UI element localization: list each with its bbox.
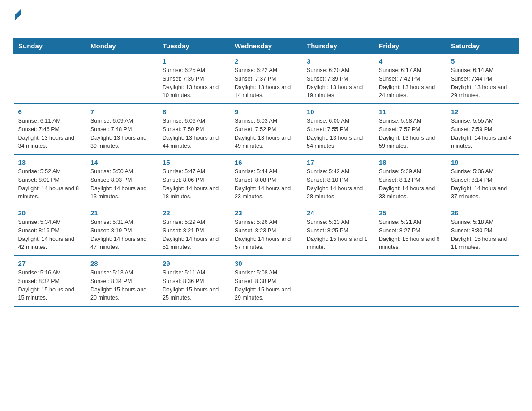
page-header (13, 9, 519, 29)
calendar-cell: 6 Sunrise: 6:11 AMSunset: 7:46 PMDayligh… (14, 104, 86, 154)
day-number: 12 (451, 108, 514, 116)
day-number: 25 (379, 209, 442, 217)
calendar-week-row: 20 Sunrise: 5:34 AMSunset: 8:16 PMDaylig… (14, 205, 519, 256)
day-number: 18 (379, 158, 442, 166)
calendar-cell: 9 Sunrise: 6:03 AMSunset: 7:52 PMDayligh… (230, 104, 302, 154)
day-info: Sunrise: 6:06 AMSunset: 7:50 PMDaylight:… (163, 117, 225, 150)
day-number: 13 (18, 158, 82, 166)
day-info: Sunrise: 6:11 AMSunset: 7:46 PMDaylight:… (18, 117, 82, 150)
day-info: Sunrise: 5:16 AMSunset: 8:32 PMDaylight:… (18, 269, 82, 302)
day-of-week-header: Sunday (14, 39, 86, 54)
day-of-week-header: Friday (374, 39, 446, 54)
day-number: 11 (379, 108, 442, 116)
calendar-cell: 22 Sunrise: 5:29 AMSunset: 8:21 PMDaylig… (158, 205, 230, 256)
day-number: 26 (451, 209, 514, 217)
calendar-cell: 28 Sunrise: 5:13 AMSunset: 8:34 PMDaylig… (86, 256, 158, 306)
day-number: 2 (235, 57, 297, 65)
day-info: Sunrise: 5:36 AMSunset: 8:14 PMDaylight:… (451, 167, 514, 201)
day-info: Sunrise: 5:58 AMSunset: 7:57 PMDaylight:… (379, 117, 442, 150)
calendar-cell: 16 Sunrise: 5:44 AMSunset: 8:08 PMDaylig… (230, 154, 302, 205)
day-number: 1 (163, 57, 225, 65)
calendar-cell: 24 Sunrise: 5:23 AMSunset: 8:25 PMDaylig… (302, 205, 374, 256)
calendar-week-row: 27 Sunrise: 5:16 AMSunset: 8:32 PMDaylig… (14, 256, 519, 306)
day-number: 9 (235, 108, 297, 116)
day-info: Sunrise: 6:25 AMSunset: 7:35 PMDaylight:… (163, 66, 225, 100)
day-of-week-header: Wednesday (230, 39, 302, 54)
day-of-week-header: Tuesday (158, 39, 230, 54)
day-number: 17 (307, 158, 369, 166)
calendar-cell: 12 Sunrise: 5:55 AMSunset: 7:59 PMDaylig… (446, 104, 519, 154)
day-info: Sunrise: 5:11 AMSunset: 8:36 PMDaylight:… (163, 269, 225, 302)
calendar-week-row: 13 Sunrise: 5:52 AMSunset: 8:01 PMDaylig… (14, 154, 519, 205)
day-info: Sunrise: 5:47 AMSunset: 8:06 PMDaylight:… (163, 167, 225, 201)
calendar-cell (302, 256, 374, 306)
day-number: 24 (307, 209, 369, 217)
day-number: 19 (451, 158, 514, 166)
calendar-cell: 29 Sunrise: 5:11 AMSunset: 8:36 PMDaylig… (158, 256, 230, 306)
logo (13, 9, 21, 29)
calendar-cell: 25 Sunrise: 5:21 AMSunset: 8:27 PMDaylig… (374, 205, 446, 256)
day-of-week-header: Saturday (446, 39, 519, 54)
calendar-cell: 21 Sunrise: 5:31 AMSunset: 8:19 PMDaylig… (86, 205, 158, 256)
calendar-cell: 13 Sunrise: 5:52 AMSunset: 8:01 PMDaylig… (14, 154, 86, 205)
day-info: Sunrise: 6:17 AMSunset: 7:42 PMDaylight:… (379, 66, 442, 100)
calendar-cell: 30 Sunrise: 5:08 AMSunset: 8:38 PMDaylig… (230, 256, 302, 306)
day-number: 29 (163, 260, 225, 267)
day-info: Sunrise: 5:31 AMSunset: 8:19 PMDaylight:… (90, 218, 153, 252)
calendar-cell: 7 Sunrise: 6:09 AMSunset: 7:48 PMDayligh… (86, 104, 158, 154)
day-info: Sunrise: 6:14 AMSunset: 7:44 PMDaylight:… (451, 66, 514, 100)
calendar-week-row: 6 Sunrise: 6:11 AMSunset: 7:46 PMDayligh… (14, 104, 519, 154)
day-info: Sunrise: 6:22 AMSunset: 7:37 PMDaylight:… (235, 66, 297, 100)
day-of-week-header: Thursday (302, 39, 374, 54)
day-info: Sunrise: 6:00 AMSunset: 7:55 PMDaylight:… (307, 117, 369, 150)
calendar-cell: 8 Sunrise: 6:06 AMSunset: 7:50 PMDayligh… (158, 104, 230, 154)
calendar-cell (86, 54, 158, 104)
calendar-cell: 23 Sunrise: 5:26 AMSunset: 8:23 PMDaylig… (230, 205, 302, 256)
calendar-cell: 17 Sunrise: 5:42 AMSunset: 8:10 PMDaylig… (302, 154, 374, 205)
calendar-cell: 18 Sunrise: 5:39 AMSunset: 8:12 PMDaylig… (374, 154, 446, 205)
day-number: 14 (90, 158, 153, 166)
day-number: 20 (18, 209, 82, 217)
day-info: Sunrise: 5:29 AMSunset: 8:21 PMDaylight:… (163, 218, 225, 252)
day-of-week-header: Monday (86, 39, 158, 54)
day-info: Sunrise: 5:21 AMSunset: 8:27 PMDaylight:… (379, 218, 442, 252)
day-info: Sunrise: 5:23 AMSunset: 8:25 PMDaylight:… (307, 218, 369, 252)
calendar-cell: 4 Sunrise: 6:17 AMSunset: 7:42 PMDayligh… (374, 54, 446, 104)
day-info: Sunrise: 5:08 AMSunset: 8:38 PMDaylight:… (235, 269, 297, 302)
calendar-cell: 1 Sunrise: 6:25 AMSunset: 7:35 PMDayligh… (158, 54, 230, 104)
day-number: 23 (235, 209, 297, 217)
day-number: 6 (18, 108, 82, 116)
calendar-header-row: SundayMondayTuesdayWednesdayThursdayFrid… (14, 39, 519, 54)
day-info: Sunrise: 5:18 AMSunset: 8:30 PMDaylight:… (451, 218, 514, 252)
calendar-cell: 15 Sunrise: 5:47 AMSunset: 8:06 PMDaylig… (158, 154, 230, 205)
calendar-cell (374, 256, 446, 306)
day-info: Sunrise: 5:50 AMSunset: 8:03 PMDaylight:… (90, 167, 153, 201)
day-number: 10 (307, 108, 369, 116)
calendar-cell: 2 Sunrise: 6:22 AMSunset: 7:37 PMDayligh… (230, 54, 302, 104)
day-info: Sunrise: 5:52 AMSunset: 8:01 PMDaylight:… (18, 167, 82, 201)
day-number: 28 (90, 260, 153, 267)
day-number: 8 (163, 108, 225, 116)
calendar-cell: 3 Sunrise: 6:20 AMSunset: 7:39 PMDayligh… (302, 54, 374, 104)
day-info: Sunrise: 6:20 AMSunset: 7:39 PMDaylight:… (307, 66, 369, 100)
day-info: Sunrise: 5:13 AMSunset: 8:34 PMDaylight:… (90, 269, 153, 302)
calendar-cell (446, 256, 519, 306)
day-info: Sunrise: 5:55 AMSunset: 7:59 PMDaylight:… (451, 117, 514, 150)
logo-blue-text (14, 17, 15, 29)
day-number: 21 (90, 209, 153, 217)
day-info: Sunrise: 6:03 AMSunset: 7:52 PMDaylight:… (235, 117, 297, 150)
calendar-cell: 10 Sunrise: 6:00 AMSunset: 7:55 PMDaylig… (302, 104, 374, 154)
calendar-cell: 11 Sunrise: 5:58 AMSunset: 7:57 PMDaylig… (374, 104, 446, 154)
day-number: 27 (18, 260, 82, 267)
day-number: 3 (307, 57, 369, 65)
calendar-cell (14, 54, 86, 104)
day-number: 15 (163, 158, 225, 166)
day-info: Sunrise: 5:44 AMSunset: 8:08 PMDaylight:… (235, 167, 297, 201)
day-number: 7 (90, 108, 153, 116)
day-info: Sunrise: 6:09 AMSunset: 7:48 PMDaylight:… (90, 117, 153, 150)
day-info: Sunrise: 5:39 AMSunset: 8:12 PMDaylight:… (379, 167, 442, 201)
calendar-week-row: 1 Sunrise: 6:25 AMSunset: 7:35 PMDayligh… (14, 54, 519, 104)
calendar-cell: 19 Sunrise: 5:36 AMSunset: 8:14 PMDaylig… (446, 154, 519, 205)
day-number: 30 (235, 260, 297, 267)
calendar-cell: 26 Sunrise: 5:18 AMSunset: 8:30 PMDaylig… (446, 205, 519, 256)
